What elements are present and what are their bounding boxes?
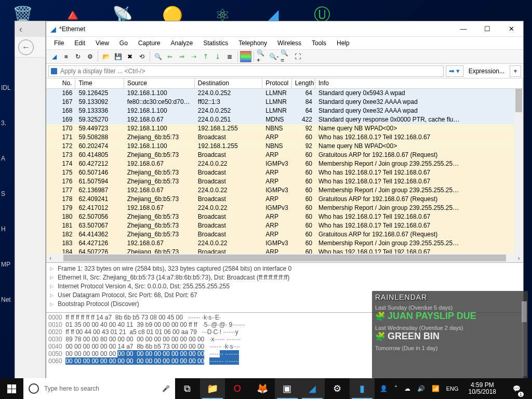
auto-scroll-icon[interactable]: ≣ [224,51,235,62]
open-file-icon[interactable]: 📂 [100,51,112,62]
tray-volume-icon[interactable]: 🔊 [417,385,425,392]
packet-row[interactable]: 17360.414805Zhejiang_6b:b5:73BroadcastAR… [46,151,523,159]
col-no[interactable]: No. [46,78,75,88]
add-filter-button[interactable]: + [510,65,521,77]
reload-file-icon[interactable]: ⟲ [136,51,148,62]
task-app-icon[interactable]: ▮ [350,378,375,399]
detail-line[interactable]: ▷Frame 1: 323 bytes on wire (2584 bits),… [48,264,521,273]
col-protocol[interactable]: Protocol [262,78,291,88]
menu-telephony[interactable]: Telephony [234,38,272,48]
maximize-button[interactable]: ☐ [475,21,499,37]
packet-hscrollbar[interactable]: ‹› [46,254,523,262]
apply-filter-button[interactable]: ➡ ▾ [446,65,463,77]
tray-people-icon[interactable]: 👤 [380,385,388,392]
restart-capture-icon[interactable]: ↻ [72,51,84,62]
packet-row[interactable]: 16859.133336192.168.1.100224.0.0.252LLMN… [46,107,523,115]
task-explorer-icon[interactable]: 📁 [200,378,225,399]
menu-statistics[interactable]: Statistics [198,38,233,48]
packet-row[interactable]: 17059.449723192.168.1.100192.168.1.255NB… [46,124,523,133]
col-source[interactable]: Source [124,78,195,88]
task-terminal-icon[interactable]: ▣ [275,378,300,399]
start-capture-icon[interactable]: ◢ [48,51,60,62]
menu-go[interactable]: Go [115,38,132,48]
packet-list-body[interactable]: 16659.126425192.168.1.100224.0.0.252LLMN… [46,89,523,254]
go-last-icon[interactable]: ⤓ [212,51,223,62]
detail-line[interactable]: ▷Internet Protocol Version 4, Src: 0.0.0… [48,282,521,290]
capture-options-icon[interactable]: ⚙ [84,51,96,62]
colorize-icon[interactable] [240,51,251,62]
packet-row[interactable]: 17962.417012192.168.0.67224.0.0.22IGMPv3… [46,204,523,212]
rainlendar-scrollbar[interactable] [522,301,527,376]
packet-row[interactable]: 17762.136987192.168.0.67224.0.0.22IGMPv3… [46,186,523,195]
col-time[interactable]: Time [75,78,124,88]
menu-help[interactable]: Help [332,38,354,48]
tray-lang[interactable]: ENG [446,385,459,392]
col-destination[interactable]: Destination [195,78,262,88]
packet-row[interactable]: 18364.427126192.168.0.67224.0.0.22IGMPv3… [46,239,523,248]
menu-analyze[interactable]: Analyze [166,38,198,48]
task-view-icon[interactable]: ⧉ [175,378,200,399]
start-button[interactable] [0,378,23,399]
save-file-icon[interactable]: 💾 [112,51,124,62]
expression-button[interactable]: Expression... [466,65,508,77]
packet-row[interactable]: 18264.414362Zhejiang_6b:b5:73BroadcastAR… [46,230,523,239]
rainlendar-event[interactable]: Last Wednesday (Overdue 2 days)🧩GREEN BI… [375,325,525,342]
stop-capture-icon[interactable]: ■ [60,51,72,62]
packet-row[interactable]: 16759.133092fe80::dc30:ce50:d70…ff02::1:… [46,98,523,107]
packet-vscrollbar[interactable] [514,89,523,254]
packet-row[interactable]: 18464.507276Zhejiang_6b:b5:73BroadcastAR… [46,248,523,254]
packet-list-header[interactable]: No. Time Source Destination Protocol Len… [46,78,523,89]
minimize-button[interactable]: — [451,21,475,37]
packet-row[interactable]: 18163.507067Zhejiang_6b:b5:73BroadcastAR… [46,221,523,230]
task-firefox-icon[interactable]: 🦊 [250,378,275,399]
menu-wireless[interactable]: Wireless [273,38,306,48]
task-settings-icon[interactable]: ⚙ [325,378,350,399]
col-length[interactable]: Length [292,78,315,88]
close-file-icon[interactable]: ✖ [124,51,136,62]
taskbar-search[interactable]: Type here to search 🎤 [23,378,175,399]
col-info[interactable]: Info [315,78,523,88]
mic-icon[interactable]: 🎤 [162,385,170,392]
menu-edit[interactable]: Edit [70,38,90,48]
task-opera-icon[interactable]: O [225,378,250,399]
packet-row[interactable]: 17661.507594Zhejiang_6b:b5:73BroadcastAR… [46,177,523,186]
tray-onedrive-icon[interactable]: ☁ [404,385,410,392]
back-chevron-icon[interactable]: ‹ [19,24,22,35]
zoom-in-icon[interactable]: 🔍+ [256,51,268,62]
zoom-out-icon[interactable]: 🔍- [268,51,280,62]
packet-row[interactable]: 18062.507056Zhejiang_6b:b5:73BroadcastAR… [46,212,523,221]
titlebar[interactable]: ◢ *Ethernet — ☐ ✕ [46,21,523,37]
tray-clock[interactable]: 4:59 PM10/5/2018 [466,382,499,395]
packet-row[interactable]: 17862.409241Zhejiang_6b:b5:73BroadcastAR… [46,195,523,204]
packet-row[interactable]: 16659.126425192.168.1.100224.0.0.252LLMN… [46,89,523,98]
go-back-icon[interactable]: ⇐ [164,51,176,62]
tray-wifi-icon[interactable]: 📶 [432,385,440,392]
zoom-reset-icon[interactable]: 🔍= [280,51,291,62]
menu-tools[interactable]: Tools [307,38,331,48]
rainlendar-widget[interactable]: RAINLENDAR Last Sunday (Overdue 5 days)🧩… [372,291,528,378]
packet-row[interactable]: 17460.427212192.168.0.67224.0.0.22IGMPv3… [46,159,523,168]
rainlendar-event[interactable]: Last Sunday (Overdue 5 days)🧩JUAN PAYSLI… [375,304,525,322]
go-forward-icon[interactable]: ⇒ [176,51,188,62]
resize-columns-icon[interactable]: ⛶ [292,51,303,62]
filter-field[interactable] [60,66,440,76]
packet-row[interactable]: 16959.325270192.168.0.67224.0.0.251MDNS4… [46,115,523,124]
browser-back-icon[interactable]: ← [18,39,34,55]
go-first-icon[interactable]: ⤒ [200,51,211,62]
tray-up-icon[interactable]: ˄ [394,385,397,392]
tray-notifications-icon[interactable]: 💬1 [506,378,527,399]
packet-row[interactable]: 17159.508288Zhejiang_6b:b5:73BroadcastAR… [46,133,523,142]
menu-capture[interactable]: Capture [134,38,165,48]
find-packet-icon[interactable]: 🔍 [152,51,164,62]
go-to-packet-icon[interactable]: ⇢ [188,51,200,62]
rainlendar-event[interactable]: Tomorrow (Due in 1 day) [375,345,525,351]
packet-row[interactable]: 17560.507146Zhejiang_6b:b5:73BroadcastAR… [46,168,523,177]
menu-file[interactable]: File [49,38,69,48]
task-wireshark-icon[interactable]: ◢ [300,378,325,399]
menu-view[interactable]: View [91,38,114,48]
detail-line[interactable]: ▷Ethernet II, Src: Zhejiang_6b:b5:73 (14… [48,273,521,282]
window-title: *Ethernet [56,25,451,33]
close-button[interactable]: ✕ [499,21,523,37]
display-filter-input[interactable] [48,65,444,77]
packet-row[interactable]: 17260.202474192.168.1.100192.168.1.255NB… [46,142,523,151]
